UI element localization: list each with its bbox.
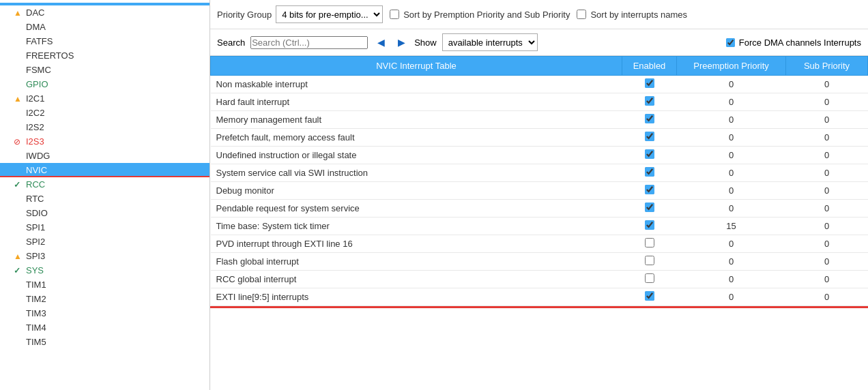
sidebar-item-label: TIM5 xyxy=(26,337,46,347)
enabled-checkbox[interactable] xyxy=(645,96,654,106)
interrupt-name: EXTI line[9:5] interrupts xyxy=(211,288,622,306)
show-label: Show xyxy=(414,38,437,48)
enabled-checkbox[interactable] xyxy=(645,78,654,88)
sidebar-item-label: I2C2 xyxy=(26,108,44,118)
sidebar-item-fatfs[interactable]: FATFS xyxy=(0,34,209,48)
sidebar-item-rcc[interactable]: ✓RCC xyxy=(0,177,209,192)
sidebar-item-label: RTC xyxy=(26,194,44,204)
enabled-checkbox[interactable] xyxy=(645,114,654,123)
sidebar-item-spi3[interactable]: ▲SPI3 xyxy=(0,249,209,263)
sidebar-item-label: TIM1 xyxy=(26,280,46,290)
sidebar-item-dac[interactable]: ▲DAC xyxy=(0,5,209,20)
enabled-cell xyxy=(622,253,677,271)
table-row: EXTI line[9:5] interrupts00 xyxy=(211,288,868,306)
table-row: Flash global interrupt00 xyxy=(211,253,868,271)
force-dma-section: Force DMA channels Interrupts xyxy=(726,38,861,48)
interrupt-name: Non maskable interrupt xyxy=(211,76,622,93)
preemption-cell: 0 xyxy=(677,164,786,182)
table-row: Pendable request for system service00 xyxy=(211,200,868,217)
sidebar-item-tim2[interactable]: TIM2 xyxy=(0,292,209,306)
sidebar-item-gpio[interactable]: GPIO xyxy=(0,77,209,91)
sidebar-item-label: I2C1 xyxy=(26,93,44,104)
sidebar-item-label: DMA xyxy=(26,22,46,32)
sidebar-item-i2s3[interactable]: ⊘I2S3 xyxy=(0,134,209,149)
sidebar-item-tim4[interactable]: TIM4 xyxy=(0,320,209,335)
sidebar-item-label: I2S3 xyxy=(26,136,44,147)
sort-premption-checkbox[interactable] xyxy=(390,10,399,19)
red-line-divider xyxy=(210,306,868,308)
sidebar-item-sdio[interactable]: SDIO xyxy=(0,206,209,220)
enabled-checkbox[interactable] xyxy=(645,291,654,301)
force-dma-label: Force DMA channels Interrupts xyxy=(739,38,861,48)
sub-priority-cell: 0 xyxy=(786,164,868,182)
enabled-checkbox[interactable] xyxy=(645,273,654,283)
sidebar-item-tim3[interactable]: TIM3 xyxy=(0,306,209,320)
nvic-table: NVIC Interrupt Table Enabled Preemption … xyxy=(210,56,868,306)
enabled-checkbox[interactable] xyxy=(645,149,654,159)
col-header-sub: Sub Priority xyxy=(786,57,868,76)
search-label: Search xyxy=(217,38,245,48)
enabled-checkbox[interactable] xyxy=(645,132,654,141)
table-wrapper: NVIC Interrupt Table Enabled Preemption … xyxy=(210,56,868,390)
show-select[interactable]: available interruptsall interrupts xyxy=(442,33,538,51)
sidebar-item-spi1[interactable]: SPI1 xyxy=(0,220,209,235)
sort-interrupts-checkbox[interactable] xyxy=(577,10,586,19)
sidebar-item-i2s2[interactable]: I2S2 xyxy=(0,120,209,134)
enabled-cell xyxy=(622,147,677,164)
table-row: Time base: System tick timer150 xyxy=(211,217,868,235)
enabled-checkbox[interactable] xyxy=(645,167,654,177)
interrupt-name: Flash global interrupt xyxy=(211,253,622,271)
sidebar-item-dma[interactable]: DMA xyxy=(0,20,209,34)
enabled-checkbox[interactable] xyxy=(645,202,654,212)
sub-priority-cell: 0 xyxy=(786,271,868,288)
sidebar-item-label: SDIO xyxy=(26,208,48,218)
enabled-checkbox[interactable] xyxy=(645,185,654,194)
table-row: System service call via SWI instruction0… xyxy=(211,164,868,182)
table-row: Hard fault interrupt00 xyxy=(211,93,868,111)
search-next-icon[interactable]: ▶ xyxy=(394,35,409,50)
sidebar-prefix-icon: ✓ xyxy=(14,180,23,190)
interrupt-name: Hard fault interrupt xyxy=(211,93,622,111)
search-prev-icon[interactable]: ◀ xyxy=(373,35,388,50)
sidebar: ▲DACDMAFATFSFREERTOSFSMCGPIO▲I2C1I2C2I2S… xyxy=(0,0,210,390)
sidebar-item-fsmc[interactable]: FSMC xyxy=(0,63,209,77)
sub-priority-cell: 0 xyxy=(786,288,868,306)
sidebar-item-label: FREERTOS xyxy=(26,50,74,61)
enabled-checkbox[interactable] xyxy=(645,220,654,230)
enabled-cell xyxy=(622,164,677,182)
sidebar-item-freertos[interactable]: FREERTOS xyxy=(0,48,209,63)
enabled-checkbox[interactable] xyxy=(645,256,654,265)
enabled-cell xyxy=(622,76,677,93)
sidebar-item-i2c2[interactable]: I2C2 xyxy=(0,106,209,120)
sidebar-item-iwdg[interactable]: IWDG xyxy=(0,149,209,163)
enabled-checkbox[interactable] xyxy=(645,238,654,247)
sidebar-item-rtc[interactable]: RTC xyxy=(0,192,209,206)
sidebar-item-label: TIM4 xyxy=(26,322,46,333)
sidebar-item-i2c1[interactable]: ▲I2C1 xyxy=(0,91,209,106)
interrupt-name: Prefetch fault, memory access fault xyxy=(211,129,622,147)
sort-premption-section: Sort by Premption Priority and Sub Prior… xyxy=(390,10,570,20)
toolbar-row1: Priority Group 4 bits for pre-emptio... … xyxy=(210,0,868,29)
sidebar-item-tim5[interactable]: TIM5 xyxy=(0,335,209,349)
preemption-cell: 0 xyxy=(677,253,786,271)
interrupt-name: Time base: System tick timer xyxy=(211,217,622,235)
sidebar-item-tim1[interactable]: TIM1 xyxy=(0,278,209,292)
sort-interrupts-section: Sort by interrupts names xyxy=(577,10,687,20)
preemption-cell: 0 xyxy=(677,200,786,217)
sub-priority-cell: 0 xyxy=(786,200,868,217)
priority-group-select[interactable]: 4 bits for pre-emptio... xyxy=(276,5,383,23)
sort-premption-label: Sort by Premption Priority and Sub Prior… xyxy=(403,10,570,20)
sidebar-item-spi2[interactable]: SPI2 xyxy=(0,235,209,249)
sidebar-prefix-icon: ▲ xyxy=(14,252,23,261)
toolbar-row2: Search ◀ ▶ Show available interruptsall … xyxy=(210,29,868,56)
enabled-cell xyxy=(622,93,677,111)
sidebar-item-label: FATFS xyxy=(26,36,53,46)
preemption-cell: 0 xyxy=(677,93,786,111)
enabled-cell xyxy=(622,288,677,306)
sub-priority-cell: 0 xyxy=(786,235,868,253)
sidebar-item-label: SPI3 xyxy=(26,251,45,261)
force-dma-checkbox[interactable] xyxy=(726,38,735,47)
sidebar-item-sys[interactable]: ✓SYS xyxy=(0,263,209,278)
sidebar-item-nvic[interactable]: NVIC xyxy=(0,163,209,177)
search-input[interactable] xyxy=(250,36,368,49)
